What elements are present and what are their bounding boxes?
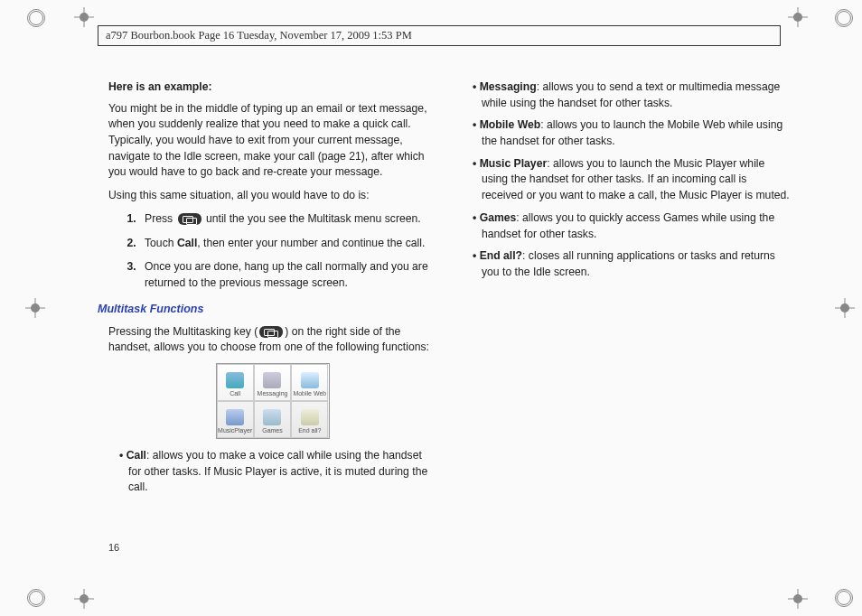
menu-cell: MusicPlayer: [217, 401, 254, 438]
bullet-bold: Music Player: [480, 157, 548, 170]
body-text: Using this same situation, all you would…: [108, 188, 436, 204]
step-bold: Call: [177, 237, 197, 249]
menu-label: Messaging: [258, 389, 288, 398]
bullet-bold: Games: [480, 211, 517, 224]
registration-mark-icon: [27, 589, 45, 607]
body-text: You might be in the middle of typing up …: [108, 101, 436, 181]
body-text: Pressing the Multitasking key () on the …: [108, 324, 436, 356]
menu-label: Games: [262, 426, 283, 435]
bullet-bold: Call: [126, 449, 146, 462]
step-item: Press until the you see the Multitask me…: [139, 211, 436, 228]
multitask-key-icon: [259, 326, 283, 338]
step-text: Press: [145, 212, 176, 225]
crop-target-icon: [788, 589, 808, 609]
list-item: End all?: closes all running application…: [465, 248, 790, 280]
multitask-key-icon: [178, 213, 201, 225]
list-item: Games: allows you to quickly access Game…: [465, 210, 790, 242]
bullet-bold: End all?: [480, 249, 522, 262]
page-body: Here is an example: You might be in the …: [108, 79, 790, 571]
column-right: Messaging: allows you to send a text or …: [462, 79, 790, 571]
step-item: Once you are done, hang up the call norm…: [139, 259, 436, 291]
bullet-text: : closes all running applications or tas…: [482, 249, 775, 278]
menu-label: End all?: [298, 426, 321, 435]
bullet-list: Call: allows you to make a voice call wh…: [112, 448, 436, 496]
column-left: Here is an example: You might be in the …: [108, 79, 436, 571]
steps-list: Press until the you see the Multitask me…: [139, 211, 436, 292]
menu-cell: End all?: [291, 401, 328, 438]
list-item: Mobile Web: allows you to launch the Mob…: [465, 117, 790, 149]
list-item: Call: allows you to make a voice call wh…: [112, 448, 436, 496]
menu-cell: Mobile Web: [291, 364, 328, 401]
music-player-icon: [226, 409, 244, 425]
multitask-menu-illustration: Call Messaging Mobile Web MusicPlayer Ga…: [216, 363, 330, 439]
menu-cell: Call: [217, 364, 254, 401]
body-text-part: Pressing the Multitasking key (: [108, 325, 258, 338]
end-all-icon: [301, 409, 319, 425]
mobile-web-icon: [301, 372, 319, 388]
list-item: Messaging: allows you to send a text or …: [465, 79, 790, 111]
step-text: until the you see the Multitask menu scr…: [203, 212, 421, 225]
registration-mark-icon: [27, 9, 45, 27]
bullet-text: : allows you to make a voice call while …: [128, 449, 427, 493]
menu-label: Call: [230, 389, 240, 398]
crop-target-icon: [835, 298, 855, 318]
registration-mark-icon: [835, 9, 853, 27]
menu-cell: Games: [254, 401, 291, 438]
multitask-functions-heading: Multitask Functions: [98, 301, 436, 317]
step-item: Touch Call, then enter your number and c…: [139, 236, 436, 252]
games-icon: [263, 409, 281, 425]
call-icon: [226, 372, 244, 388]
example-heading: Here is an example:: [108, 79, 436, 96]
menu-label: Mobile Web: [293, 389, 326, 398]
crop-target-icon: [74, 589, 94, 609]
bullet-list: Messaging: allows you to send a text or …: [465, 79, 790, 281]
step-text: , then enter your number and continue th…: [197, 237, 425, 249]
crop-target-icon: [25, 298, 45, 318]
page-header-meta: a797 Bourbon.book Page 16 Tuesday, Novem…: [98, 25, 781, 46]
bullet-text: : allows you to quickly access Games whi…: [482, 211, 774, 240]
bullet-bold: Mobile Web: [480, 118, 540, 131]
crop-target-icon: [74, 7, 94, 27]
menu-cell: Messaging: [254, 364, 291, 401]
step-text: Touch: [145, 237, 177, 249]
list-item: Music Player: allows you to launch the M…: [465, 156, 790, 204]
bullet-bold: Messaging: [480, 80, 537, 93]
crop-target-icon: [788, 7, 808, 27]
menu-label: MusicPlayer: [218, 426, 252, 435]
registration-mark-icon: [835, 589, 853, 607]
messaging-icon: [263, 372, 281, 388]
page-number: 16: [108, 542, 119, 553]
